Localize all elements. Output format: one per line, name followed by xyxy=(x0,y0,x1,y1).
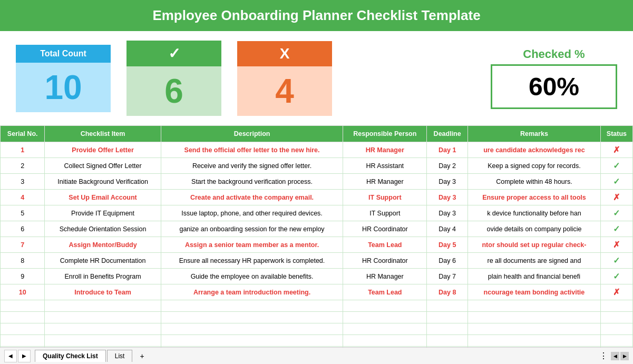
cell-deadline: Day 3 xyxy=(427,205,468,221)
col-description: Description xyxy=(161,126,343,142)
table-header-row: Serial No. Checklist Item Description Re… xyxy=(1,126,633,142)
col-item: Checklist Item xyxy=(45,126,161,142)
cell-description: Send the official offer letter to the ne… xyxy=(161,142,343,158)
cell-remarks: k device functionality before han xyxy=(468,205,601,221)
cell-status: ✗ xyxy=(600,190,632,205)
table-row: 8Complete HR DocumentationEnsure all nec… xyxy=(1,253,633,269)
cell-remarks: Keep a signed copy for records. xyxy=(468,158,601,174)
cell-deadline: Day 8 xyxy=(427,284,468,300)
empty-cell xyxy=(45,312,161,323)
check-icon: ✓ xyxy=(613,256,620,265)
table-row: 7Assign Mentor/BuddyAssign a senior team… xyxy=(1,237,633,253)
bottom-bar: ◀ ▶ Quality Check List List + ⋮ ◀ ▶ xyxy=(0,347,633,364)
empty-cell xyxy=(161,312,343,323)
stats-row: Total Count 10 ✓ 6 X 4 Checked % 60% xyxy=(0,31,633,125)
nav-left-arrow[interactable]: ◀ xyxy=(4,350,17,362)
cell-responsible: HR Manager xyxy=(343,269,427,284)
cell-item: Assign Mentor/Buddy xyxy=(45,237,161,253)
cell-serial: 7 xyxy=(1,237,45,253)
cell-item: Set Up Email Account xyxy=(45,190,161,205)
table-row: 2Collect Signed Offer LetterReceive and … xyxy=(1,158,633,174)
cell-deadline: Day 5 xyxy=(427,237,468,253)
x-icon: ✗ xyxy=(613,288,620,297)
empty-cell xyxy=(161,335,343,347)
check-value: 6 xyxy=(126,66,221,116)
check-icon: ✓ xyxy=(613,224,620,233)
check-label: ✓ xyxy=(126,41,221,66)
cell-description: ganize an onboarding session for the new… xyxy=(161,221,343,237)
checked-percent-label: Checked % xyxy=(523,47,585,61)
col-deadline: Deadline xyxy=(427,126,468,142)
cell-item: Complete HR Documentation xyxy=(45,253,161,269)
cell-deadline: Day 3 xyxy=(427,190,468,205)
cell-status: ✓ xyxy=(600,269,632,284)
empty-cell xyxy=(343,300,427,312)
cell-deadline: Day 3 xyxy=(427,174,468,190)
sheet-add-button[interactable]: + xyxy=(134,350,149,362)
checked-percent-section: Checked % 60% xyxy=(491,47,617,109)
cell-deadline: Day 6 xyxy=(427,253,468,269)
empty-cell xyxy=(1,323,45,335)
cell-responsible: IT Support xyxy=(343,205,427,221)
cell-description: Assign a senior team member as a mentor. xyxy=(161,237,343,253)
empty-cell xyxy=(45,300,161,312)
x-icon: ✗ xyxy=(613,240,620,249)
cell-item: Enroll in Benefits Program xyxy=(45,269,161,284)
scroll-arrows: ◀ ▶ xyxy=(611,352,629,360)
cell-description: Receive and verify the signed offer lett… xyxy=(161,158,343,174)
cell-serial: 3 xyxy=(1,174,45,190)
check-icon: ✓ xyxy=(613,272,620,281)
empty-cell xyxy=(468,312,601,323)
cell-responsible: HR Assistant xyxy=(343,158,427,174)
table-row: 1Provide Offer LetterSend the official o… xyxy=(1,142,633,158)
sheet-tab-list[interactable]: List xyxy=(107,350,133,362)
cell-responsible: HR Manager xyxy=(343,142,427,158)
cell-remarks: ure candidate acknowledges rec xyxy=(468,142,601,158)
table-row: 4Set Up Email AccountCreate and activate… xyxy=(1,190,633,205)
empty-row xyxy=(1,300,633,312)
col-status: Status xyxy=(600,126,632,142)
cell-remarks: Ensure proper access to all tools xyxy=(468,190,601,205)
cell-serial: 2 xyxy=(1,158,45,174)
cell-deadline: Day 2 xyxy=(427,158,468,174)
cell-remarks: Complete within 48 hours. xyxy=(468,174,601,190)
empty-cell xyxy=(468,335,601,347)
x-count-box: X 4 xyxy=(237,41,332,116)
cell-serial: 6 xyxy=(1,221,45,237)
empty-cell xyxy=(427,300,468,312)
empty-cell xyxy=(427,323,468,335)
scroll-left-arrow[interactable]: ◀ xyxy=(611,352,619,360)
cell-status: ✓ xyxy=(600,158,632,174)
cell-description: Arrange a team introduction meeting. xyxy=(161,284,343,300)
cell-description: Issue laptop, phone, and other required … xyxy=(161,205,343,221)
cell-description: Ensure all necessary HR paperwork is com… xyxy=(161,253,343,269)
empty-cell xyxy=(600,323,632,335)
cell-status: ✓ xyxy=(600,221,632,237)
sheet-tab-quality[interactable]: Quality Check List xyxy=(35,350,106,362)
cell-item: Initiate Background Verification xyxy=(45,174,161,190)
cell-responsible: IT Support xyxy=(343,190,427,205)
checklist-table-container: Serial No. Checklist Item Description Re… xyxy=(0,125,633,358)
cell-remarks: ncourage team bonding activitie xyxy=(468,284,601,300)
empty-cell xyxy=(600,312,632,323)
cell-remarks: plain health and financial benefi xyxy=(468,269,601,284)
empty-cell xyxy=(1,300,45,312)
cell-deadline: Day 1 xyxy=(427,142,468,158)
nav-right-arrow[interactable]: ▶ xyxy=(18,350,31,362)
cell-remarks: ovide details on company policie xyxy=(468,221,601,237)
cell-description: Guide the employee on available benefits… xyxy=(161,269,343,284)
empty-row xyxy=(1,335,633,347)
scroll-right-arrow[interactable]: ▶ xyxy=(620,352,629,360)
more-options-icon[interactable]: ⋮ xyxy=(599,351,608,361)
empty-cell xyxy=(1,312,45,323)
empty-row xyxy=(1,312,633,323)
total-count-value: 10 xyxy=(16,63,111,112)
cell-item: Introduce to Team xyxy=(45,284,161,300)
check-count-box: ✓ 6 xyxy=(126,41,221,116)
cell-status: ✗ xyxy=(600,237,632,253)
empty-cell xyxy=(343,312,427,323)
cell-serial: 8 xyxy=(1,253,45,269)
empty-cell xyxy=(600,300,632,312)
cell-responsible: HR Coordinator xyxy=(343,253,427,269)
table-row: 6Schedule Orientation Sessionganize an o… xyxy=(1,221,633,237)
